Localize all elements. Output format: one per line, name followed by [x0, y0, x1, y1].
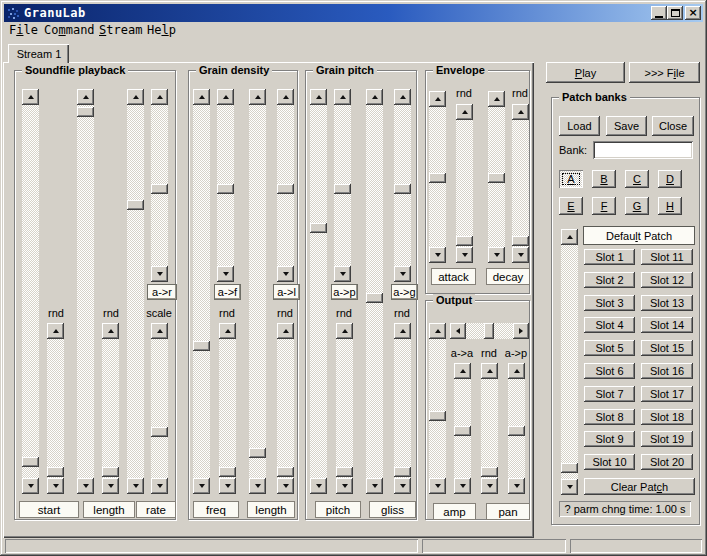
rate-main-slider-track[interactable]: [127, 105, 144, 478]
start-rnd-slider-down-button[interactable]: [47, 478, 64, 494]
start-main-slider[interactable]: [22, 89, 39, 494]
patch-list-scrollbar-down-button[interactable]: [561, 479, 578, 495]
amp-atoa-slider-up-button[interactable]: [454, 363, 471, 379]
pitch-amp-slider-up-button[interactable]: [334, 89, 351, 105]
freq-rnd-slider-down-button[interactable]: [219, 478, 236, 494]
pan-rnd-slider-up-button[interactable]: [481, 363, 498, 379]
gliss-amp-slider[interactable]: [394, 89, 411, 282]
decay-rnd-slider-up-button[interactable]: [512, 104, 529, 120]
amp-atoa-slider-track[interactable]: [454, 379, 471, 478]
menu-help[interactable]: Help: [147, 23, 176, 41]
patch-list-scrollbar-thumb[interactable]: [561, 463, 578, 473]
grainlength-amp-slider-thumb[interactable]: [277, 184, 294, 194]
patch-list-scrollbar-up-button[interactable]: [561, 229, 578, 245]
bank-g-button[interactable]: G: [625, 197, 649, 215]
attack-main-slider-down-button[interactable]: [429, 247, 446, 263]
freq-main-slider-thumb[interactable]: [193, 341, 210, 351]
decay-main-slider-track[interactable]: [488, 107, 505, 247]
amp-main-slider[interactable]: [429, 323, 446, 494]
grainlength-main-slider-thumb[interactable]: [249, 448, 266, 458]
pan-rnd-slider[interactable]: [481, 363, 498, 494]
start-rnd-slider-thumb[interactable]: [47, 467, 64, 477]
amp-to-freq-button[interactable]: a->f: [214, 284, 241, 300]
default-patch-button[interactable]: Default Patch: [583, 226, 695, 245]
grainlength-main-slider[interactable]: [249, 89, 266, 494]
grainlength-rnd-slider[interactable]: [277, 323, 294, 494]
pan-main-slider-track[interactable]: [466, 323, 513, 339]
pan-atop-slider[interactable]: [508, 363, 525, 494]
rate-amp-slider-track[interactable]: [151, 105, 168, 266]
pitch-rnd-slider-down-button[interactable]: [336, 478, 353, 494]
freq-amp-slider-track[interactable]: [217, 105, 234, 266]
minimize-button[interactable]: [651, 6, 667, 20]
pitch-main-slider-track[interactable]: [310, 105, 327, 478]
length-main-slider-down-button[interactable]: [77, 478, 94, 494]
gliss-amp-slider-track[interactable]: [394, 105, 411, 266]
attack-main-slider[interactable]: [429, 91, 446, 263]
menu-file[interactable]: File: [9, 23, 38, 41]
slot-20-button[interactable]: Slot 20: [641, 454, 693, 470]
patch-list-scrollbar[interactable]: [561, 229, 578, 495]
pan-atop-slider-thumb[interactable]: [508, 426, 525, 436]
decay-rnd-slider-thumb[interactable]: [512, 236, 529, 246]
pitch-amp-slider-down-button[interactable]: [334, 266, 351, 282]
gliss-amp-slider-up-button[interactable]: [394, 89, 411, 105]
freq-amp-slider-down-button[interactable]: [217, 266, 234, 282]
amp-atoa-slider-thumb[interactable]: [454, 426, 471, 436]
attack-main-slider-track[interactable]: [429, 107, 446, 247]
freq-main-slider-down-button[interactable]: [193, 478, 210, 494]
rate-scale-slider[interactable]: [151, 323, 168, 494]
slot-4-button[interactable]: Slot 4: [584, 317, 635, 333]
freq-rnd-slider-up-button[interactable]: [219, 323, 236, 339]
pan-rnd-slider-thumb[interactable]: [481, 467, 498, 477]
slot-10-button[interactable]: Slot 10: [584, 454, 635, 470]
pan-atop-slider-down-button[interactable]: [508, 478, 525, 494]
slot-7-button[interactable]: Slot 7: [584, 386, 635, 402]
decay-rnd-slider-down-button[interactable]: [512, 247, 529, 263]
pitch-rnd-slider-track[interactable]: [336, 339, 353, 478]
grainlength-amp-slider-down-button[interactable]: [277, 266, 294, 282]
rate-amp-slider-up-button[interactable]: [151, 89, 168, 105]
tab-stream-1[interactable]: Stream 1: [8, 44, 69, 63]
amp-atoa-slider[interactable]: [454, 363, 471, 494]
length-rnd-slider-down-button[interactable]: [102, 478, 119, 494]
slot-16-button[interactable]: Slot 16: [641, 363, 693, 379]
pitch-amp-slider-track[interactable]: [334, 105, 351, 266]
start-main-slider-up-button[interactable]: [22, 89, 39, 105]
amp-main-slider-thumb[interactable]: [429, 411, 446, 421]
length-rnd-slider[interactable]: [102, 323, 119, 494]
slot-1-button[interactable]: Slot 1: [584, 249, 635, 265]
bank-name-input[interactable]: [593, 141, 693, 159]
start-rnd-slider[interactable]: [47, 323, 64, 494]
pitch-main-slider[interactable]: [310, 89, 327, 494]
grainlength-rnd-slider-track[interactable]: [277, 339, 294, 478]
amp-to-length-button[interactable]: a->l: [273, 284, 300, 300]
bank-h-button[interactable]: H: [658, 197, 682, 215]
grainlength-main-slider-track[interactable]: [249, 105, 266, 478]
length-main-slider-track[interactable]: [77, 105, 94, 478]
play-button[interactable]: Play: [546, 62, 625, 83]
maximize-button[interactable]: [667, 6, 683, 20]
slot-11-button[interactable]: Slot 11: [641, 249, 693, 265]
rate-amp-slider[interactable]: [151, 89, 168, 282]
rate-scale-slider-up-button[interactable]: [151, 323, 168, 339]
slot-14-button[interactable]: Slot 14: [641, 317, 693, 333]
bank-e-button[interactable]: E: [559, 197, 583, 215]
grainlength-rnd-slider-thumb[interactable]: [277, 467, 294, 477]
start-rnd-slider-track[interactable]: [47, 339, 64, 478]
pan-main-slider[interactable]: [450, 323, 529, 339]
grainlength-rnd-slider-down-button[interactable]: [277, 478, 294, 494]
slot-6-button[interactable]: Slot 6: [584, 363, 635, 379]
gliss-rnd-slider-track[interactable]: [394, 339, 411, 478]
attack-rnd-slider-thumb[interactable]: [456, 236, 473, 246]
pan-rnd-slider-track[interactable]: [481, 379, 498, 478]
render-to-file-button[interactable]: >>> File: [629, 62, 700, 83]
freq-rnd-slider-track[interactable]: [219, 339, 236, 478]
gliss-main-slider[interactable]: [366, 89, 383, 494]
grainlength-amp-slider-up-button[interactable]: [277, 89, 294, 105]
slot-19-button[interactable]: Slot 19: [641, 431, 693, 447]
rate-main-slider[interactable]: [127, 89, 144, 494]
gliss-main-slider-track[interactable]: [366, 105, 383, 478]
pitch-main-slider-thumb[interactable]: [310, 223, 327, 233]
rate-amp-slider-down-button[interactable]: [151, 266, 168, 282]
